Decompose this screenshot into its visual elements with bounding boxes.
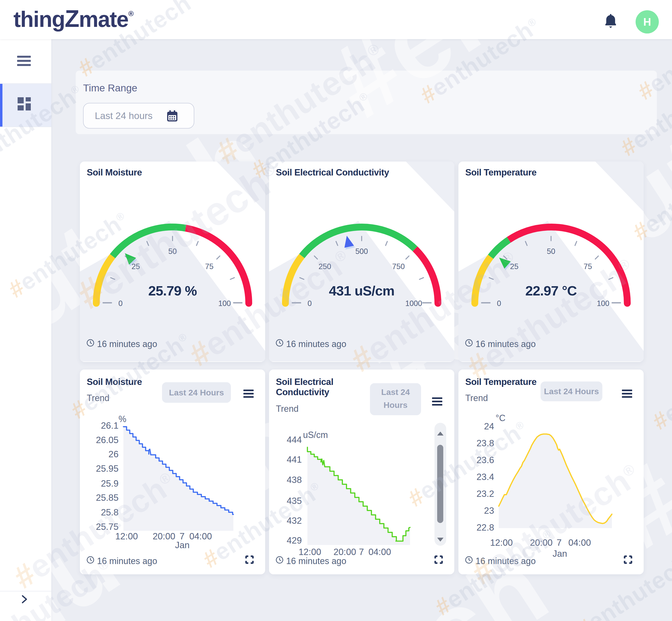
svg-text:431 uS/cm: 431 uS/cm [329, 283, 394, 298]
svg-text:50: 50 [547, 247, 555, 256]
svg-text:25.79 %: 25.79 % [148, 283, 197, 298]
svg-text:50: 50 [168, 247, 177, 256]
svg-text:100: 100 [597, 299, 610, 308]
svg-text:750: 750 [392, 262, 405, 271]
svg-text:75: 75 [584, 262, 592, 271]
svg-text:500: 500 [355, 247, 368, 256]
svg-text:22.97 °C: 22.97 °C [526, 283, 577, 298]
svg-text:1000: 1000 [406, 299, 422, 308]
svg-text:75: 75 [205, 262, 213, 271]
svg-text:100: 100 [218, 299, 231, 308]
svg-text:0: 0 [307, 299, 311, 308]
svg-text:0: 0 [118, 299, 122, 308]
svg-text:0: 0 [497, 299, 501, 308]
svg-text:250: 250 [319, 262, 331, 271]
